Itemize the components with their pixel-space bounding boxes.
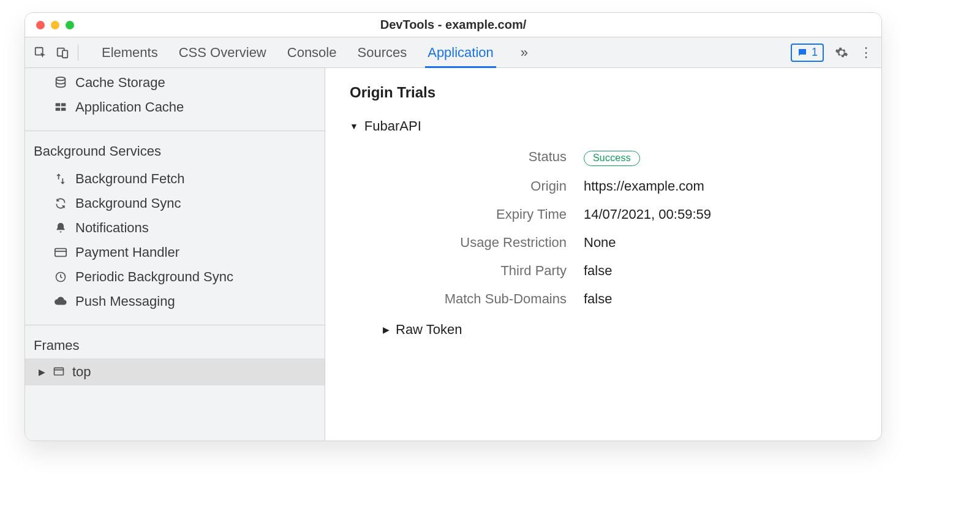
settings-icon[interactable]	[835, 46, 848, 59]
sidebar-item-label: Push Messaging	[75, 294, 175, 309]
sidebar-item-application-cache[interactable]: Application Cache	[25, 95, 325, 119]
tab-label: CSS Overview	[179, 45, 266, 61]
cloud-icon	[53, 294, 68, 309]
tab-label: Application	[428, 45, 494, 61]
bell-icon	[53, 221, 68, 235]
toolbar-right: 1 ⋮	[791, 44, 873, 62]
svg-rect-8	[55, 249, 66, 257]
svg-rect-6	[56, 108, 61, 111]
status-badge: Success	[584, 151, 640, 166]
trial-details: Status Success Origin https://example.co…	[395, 149, 857, 307]
expand-caret-icon: ▶	[39, 367, 45, 377]
field-label: Expiry Time	[395, 206, 567, 222]
sidebar-item-label: Payment Handler	[75, 244, 179, 260]
svg-rect-10	[55, 368, 64, 375]
tab-elements[interactable]: Elements	[102, 37, 158, 68]
close-window-button[interactable]	[36, 21, 45, 29]
field-value-expiry: 14/07/2021, 00:59:59	[584, 206, 857, 222]
field-label: Origin	[395, 178, 567, 194]
tab-application[interactable]: Application	[428, 37, 494, 68]
sidebar-item-cache-storage[interactable]: Cache Storage	[25, 70, 325, 95]
trial-row[interactable]: ▼ FubarAPI	[350, 118, 857, 134]
traffic-lights	[25, 21, 74, 29]
raw-token-label: Raw Token	[396, 322, 462, 338]
field-value-third-party: false	[584, 263, 857, 279]
collapse-caret-icon: ▼	[350, 121, 358, 131]
sync-icon	[53, 196, 68, 211]
fetch-icon	[53, 172, 68, 186]
sidebar-item-background-fetch[interactable]: Background Fetch	[25, 167, 325, 191]
sidebar-divider	[25, 131, 325, 131]
sidebar-item-label: Background Fetch	[75, 171, 185, 187]
toolbar-separator	[78, 45, 78, 61]
sidebar-divider	[25, 325, 325, 325]
devtools-window: DevTools - example.com/ Elements CSS Ove…	[24, 12, 882, 441]
svg-point-3	[56, 77, 66, 80]
tab-label: Console	[287, 45, 337, 61]
devtools-body: Cache Storage Application Cache Backgrou…	[25, 68, 881, 441]
sidebar-item-label: Periodic Background Sync	[75, 269, 233, 285]
tab-css-overview[interactable]: CSS Overview	[179, 37, 266, 68]
window-title: DevTools - example.com/	[25, 18, 881, 32]
svg-rect-7	[61, 108, 66, 111]
tab-label: Elements	[102, 45, 158, 61]
sidebar-item-push-messaging[interactable]: Push Messaging	[25, 289, 325, 314]
field-label: Third Party	[395, 263, 567, 279]
card-icon	[53, 245, 68, 260]
field-value-origin: https://example.com	[584, 178, 857, 194]
tab-label: Sources	[357, 45, 407, 61]
database-icon	[53, 75, 68, 90]
cache-section-list: Cache Storage Application Cache	[25, 68, 325, 127]
sidebar-section-header: Frames	[25, 329, 325, 358]
more-options-icon[interactable]: ⋮	[859, 45, 873, 61]
field-label: Match Sub-Domains	[395, 291, 567, 307]
grid-icon	[53, 100, 68, 115]
svg-rect-4	[56, 103, 61, 106]
sidebar-item-notifications[interactable]: Notifications	[25, 216, 325, 240]
field-value-match-sub: false	[584, 291, 857, 307]
frames-top-row[interactable]: ▶ top	[25, 358, 325, 385]
sidebar-item-label: Background Sync	[75, 195, 181, 211]
zoom-window-button[interactable]	[66, 21, 74, 29]
expand-caret-icon: ▶	[383, 325, 390, 335]
raw-token-row[interactable]: ▶ Raw Token	[383, 322, 857, 338]
window-titlebar: DevTools - example.com/	[25, 13, 881, 37]
issues-icon	[797, 47, 808, 58]
toolbar-left	[34, 45, 78, 61]
frame-name: top	[72, 364, 91, 380]
field-label: Status	[395, 149, 567, 166]
sidebar-section-header: Background Services	[25, 135, 325, 164]
device-toggle-icon[interactable]	[56, 46, 69, 59]
devtools-toolbar: Elements CSS Overview Console Sources Ap…	[25, 37, 881, 68]
sidebar-item-label: Notifications	[75, 220, 149, 236]
issues-button[interactable]: 1	[791, 44, 824, 62]
window-icon	[53, 366, 65, 378]
panel-tabs: Elements CSS Overview Console Sources Ap…	[102, 37, 494, 68]
sidebar-item-label: Application Cache	[75, 99, 184, 115]
minimize-window-button[interactable]	[51, 21, 59, 29]
svg-rect-5	[61, 103, 66, 106]
sidebar-item-label: Cache Storage	[75, 75, 165, 91]
tab-sources[interactable]: Sources	[357, 37, 407, 68]
more-tabs-icon[interactable]: »	[521, 45, 528, 61]
origin-trials-panel: Origin Trials ▼ FubarAPI Status Success …	[325, 68, 881, 441]
background-services-list: Background Fetch Background Sync Notific…	[25, 164, 325, 321]
field-label: Usage Restriction	[395, 235, 567, 251]
trial-name: FubarAPI	[364, 118, 421, 134]
clock-icon	[53, 270, 68, 284]
application-sidebar: Cache Storage Application Cache Backgrou…	[25, 68, 325, 441]
inspect-element-icon[interactable]	[34, 46, 47, 59]
sidebar-item-payment-handler[interactable]: Payment Handler	[25, 240, 325, 265]
svg-rect-2	[62, 50, 67, 58]
sidebar-item-periodic-bg-sync[interactable]: Periodic Background Sync	[25, 265, 325, 289]
sidebar-item-background-sync[interactable]: Background Sync	[25, 191, 325, 216]
page-title: Origin Trials	[350, 84, 857, 101]
field-value-status: Success	[584, 149, 857, 166]
issues-count: 1	[812, 46, 818, 59]
field-value-usage: None	[584, 235, 857, 251]
tab-console[interactable]: Console	[287, 37, 337, 68]
